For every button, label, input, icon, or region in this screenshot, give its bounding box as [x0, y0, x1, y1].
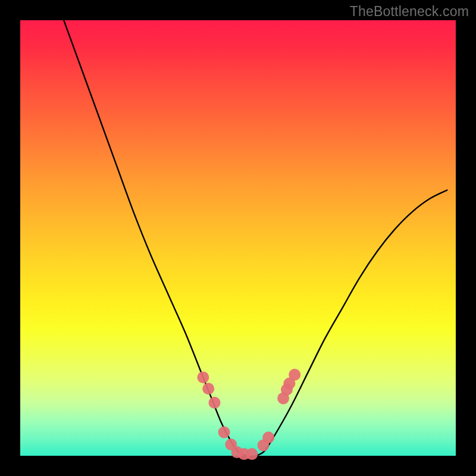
plot-area: [20, 20, 456, 456]
chart-frame: TheBottleneck.com: [0, 0, 476, 476]
data-dots: [197, 369, 300, 460]
chart-svg: [20, 20, 456, 456]
data-dot: [202, 383, 214, 394]
data-dot: [197, 371, 209, 383]
data-dot: [246, 448, 258, 460]
bottleneck-curve: [64, 20, 447, 456]
watermark-text: TheBottleneck.com: [350, 4, 469, 20]
data-dot: [262, 431, 274, 443]
data-dot: [218, 427, 230, 439]
data-dot: [209, 397, 221, 409]
data-dot: [289, 369, 300, 381]
